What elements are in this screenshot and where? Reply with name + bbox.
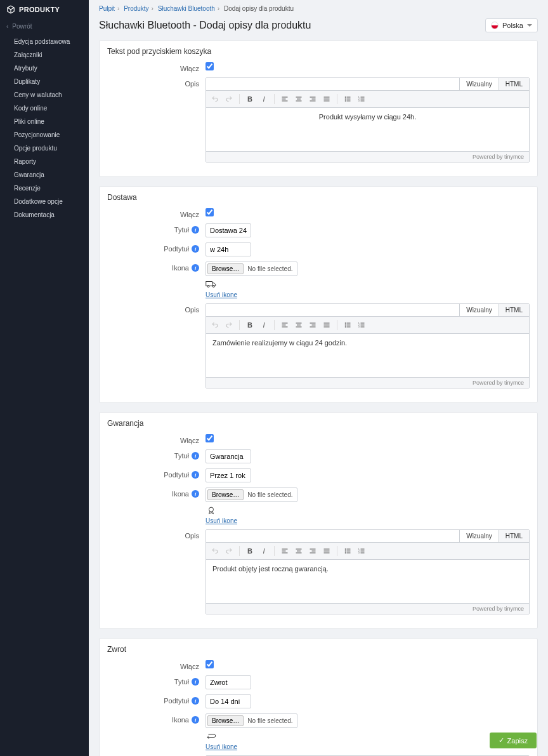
- align-justify-button[interactable]: [320, 545, 333, 557]
- undo-button[interactable]: [209, 319, 221, 331]
- subtitle-input[interactable]: [206, 468, 251, 482]
- title-input[interactable]: [206, 223, 251, 237]
- title-input[interactable]: [206, 449, 251, 463]
- remove-icon-link[interactable]: Usuń ikone: [206, 743, 237, 750]
- redo-button[interactable]: [223, 545, 235, 557]
- number-list-button[interactable]: 123: [355, 93, 368, 105]
- nav-item[interactable]: Załączniki: [0, 48, 89, 62]
- panel-title: Zwrot: [100, 639, 537, 660]
- nav-item[interactable]: Pozycjonowanie: [0, 128, 89, 142]
- info-icon[interactable]: i: [192, 678, 199, 686]
- undo-button[interactable]: [209, 545, 221, 557]
- nav-item[interactable]: Ceny w walutach: [0, 88, 89, 102]
- file-input[interactable]: Browse… No file selected.: [206, 487, 297, 502]
- align-left-button[interactable]: [278, 93, 291, 105]
- nav-item[interactable]: Kody online: [0, 102, 89, 115]
- align-center-button[interactable]: [292, 545, 305, 557]
- info-icon[interactable]: i: [192, 245, 199, 253]
- align-center-button[interactable]: [292, 319, 305, 331]
- panel-title: Gwarancja: [100, 413, 537, 434]
- enable-checkbox[interactable]: [206, 208, 214, 216]
- browse-button[interactable]: Browse…: [207, 715, 244, 726]
- breadcrumb-link[interactable]: Pulpit: [99, 5, 115, 12]
- align-center-button[interactable]: [292, 93, 305, 105]
- browse-button[interactable]: Browse…: [207, 263, 244, 274]
- nav-item[interactable]: Recenzje: [0, 182, 89, 195]
- bullet-list-button[interactable]: [341, 93, 354, 105]
- italic-button[interactable]: I: [258, 93, 270, 105]
- align-right-button[interactable]: [306, 319, 319, 331]
- rich-editor: Wizualny HTML B I: [206, 77, 530, 162]
- italic-button[interactable]: I: [258, 319, 270, 331]
- bold-button[interactable]: B: [244, 545, 256, 557]
- info-icon[interactable]: i: [192, 264, 199, 272]
- nav-item[interactable]: Gwarancja: [0, 168, 89, 182]
- nav-item[interactable]: Edycja podstawowa: [0, 35, 89, 48]
- nav-item[interactable]: Dokumentacja: [0, 208, 89, 222]
- italic-button[interactable]: I: [258, 545, 270, 557]
- save-label: Zapisz: [507, 737, 528, 745]
- info-icon[interactable]: i: [192, 716, 199, 724]
- info-icon[interactable]: i: [192, 226, 199, 234]
- redo-button[interactable]: [223, 93, 235, 105]
- subtitle-input[interactable]: [206, 242, 251, 256]
- breadcrumb-link[interactable]: Produkty: [124, 5, 148, 12]
- tab-html[interactable]: HTML: [499, 304, 529, 316]
- nav-item[interactable]: Pliki online: [0, 115, 89, 128]
- enable-checkbox[interactable]: [206, 434, 214, 442]
- save-button[interactable]: ✓ Zapisz: [490, 733, 537, 748]
- number-list-button[interactable]: 123: [355, 319, 368, 331]
- editor-body[interactable]: Zamówienie realizujemy w ciągu 24 godzin…: [206, 334, 529, 377]
- bullet-list-button[interactable]: [341, 545, 354, 557]
- tab-visual[interactable]: Wizualny: [459, 530, 499, 542]
- editor-body[interactable]: Produkt wysyłamy w ciągu 24h.: [206, 108, 529, 151]
- undo-button[interactable]: [209, 93, 221, 105]
- editor-body[interactable]: Produkt objęty jest roczną gwarancją.: [206, 560, 529, 603]
- bold-button[interactable]: B: [244, 93, 256, 105]
- nav-item[interactable]: Opcje produktu: [0, 142, 89, 155]
- nav-item[interactable]: Raporty: [0, 155, 89, 168]
- sidebar-back[interactable]: ‹ Powrót: [0, 19, 89, 34]
- info-icon[interactable]: i: [192, 471, 199, 479]
- bullet-list-button[interactable]: [341, 319, 354, 331]
- label-enable: Włącz: [180, 437, 199, 444]
- tab-visual[interactable]: Wizualny: [459, 78, 499, 90]
- enable-checkbox[interactable]: [206, 660, 214, 668]
- svg-point-20: [345, 101, 346, 102]
- align-justify-button[interactable]: [320, 319, 333, 331]
- tab-visual[interactable]: Wizualny: [459, 304, 499, 316]
- nav-item[interactable]: Duplikaty: [0, 75, 89, 88]
- file-status: No file selected.: [245, 265, 295, 272]
- browse-button[interactable]: Browse…: [207, 489, 244, 500]
- label-title: Tytuł: [174, 452, 189, 460]
- align-justify-button[interactable]: [320, 93, 333, 105]
- check-icon: ✓: [499, 736, 504, 745]
- breadcrumb-link[interactable]: Słuchawki Bluetooth: [158, 5, 215, 12]
- remove-icon-link[interactable]: Usuń ikone: [206, 517, 237, 524]
- remove-icon-link[interactable]: Usuń ikone: [206, 291, 237, 298]
- file-input[interactable]: Browse… No file selected.: [206, 262, 297, 276]
- nav-item[interactable]: Dodatkowe opcje: [0, 195, 89, 208]
- info-icon[interactable]: i: [192, 452, 199, 460]
- tab-html[interactable]: HTML: [499, 78, 529, 90]
- info-icon[interactable]: i: [192, 490, 199, 498]
- title-input[interactable]: [206, 675, 251, 689]
- nav-item[interactable]: Atrybuty: [0, 62, 89, 75]
- align-left-button[interactable]: [278, 545, 291, 557]
- language-select[interactable]: Polska: [485, 18, 538, 32]
- redo-button[interactable]: [223, 319, 235, 331]
- number-list-button[interactable]: 123: [355, 545, 368, 557]
- align-left-button[interactable]: [278, 319, 291, 331]
- align-right-button[interactable]: [306, 93, 319, 105]
- align-right-button[interactable]: [306, 545, 319, 557]
- subtitle-input[interactable]: [206, 694, 251, 708]
- file-input[interactable]: Browse… No file selected.: [206, 713, 297, 728]
- tab-html[interactable]: HTML: [499, 530, 529, 542]
- panel-warranty: Gwarancja Włącz Tytuł i Podtytuł i Ikona…: [99, 412, 538, 629]
- info-icon[interactable]: i: [192, 697, 199, 705]
- file-status: No file selected.: [245, 491, 295, 498]
- editor-footer: Powered by tinymce: [206, 603, 529, 614]
- enable-checkbox[interactable]: [206, 62, 214, 70]
- bold-button[interactable]: B: [244, 319, 256, 331]
- svg-text:3: 3: [358, 100, 360, 102]
